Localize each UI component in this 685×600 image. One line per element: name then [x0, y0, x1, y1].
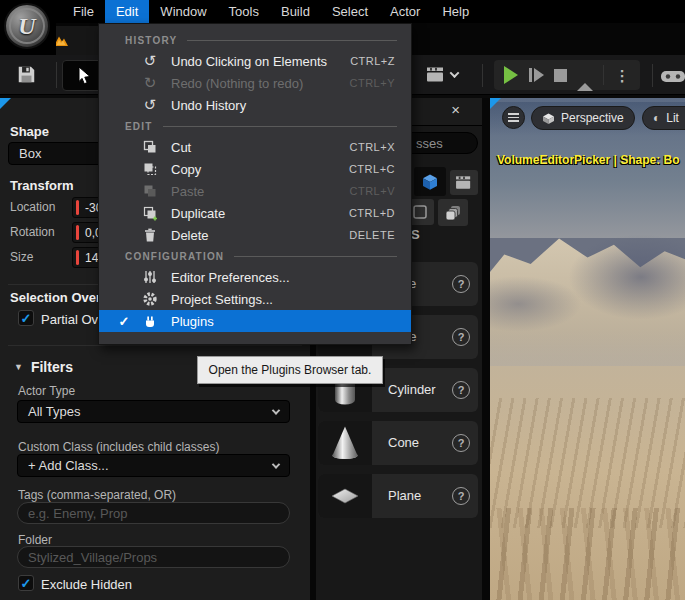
toolbar-divider [482, 64, 483, 87]
plane-thumbnail [318, 474, 372, 518]
platforms-button[interactable] [660, 66, 685, 90]
cinematics-button[interactable] [426, 66, 458, 83]
menu-item-cut[interactable]: Cut CTRL+X [99, 136, 411, 158]
play-controls: ⋮ [494, 60, 640, 90]
lit-label: Lit [666, 111, 679, 125]
copy-icon [137, 161, 163, 177]
shape-card-cone[interactable]: Cone ? [318, 421, 478, 465]
category-layers-button[interactable] [438, 199, 468, 226]
tooltip-text: Open the Plugins Browser tab. [209, 363, 372, 377]
gear-icon [137, 291, 163, 307]
category-volumes-button[interactable] [414, 167, 446, 196]
menu-item-copy[interactable]: Copy CTRL+C [99, 158, 411, 180]
custom-class-dropdown[interactable]: + Add Class... [17, 454, 290, 477]
menu-item-redo: ↻ Redo (Nothing to redo) CTRL+Y [99, 72, 411, 94]
exclude-hidden-label: Exclude Hidden [41, 577, 132, 592]
check-icon: ✓ [111, 314, 137, 329]
tags-input[interactable] [17, 502, 290, 524]
divider [8, 345, 302, 346]
menu-item-undo[interactable]: ↺ Undo Clicking on Elements CTRL+Z [99, 50, 411, 72]
filters-section-toggle[interactable]: ▼ Filters [14, 359, 73, 375]
help-icon[interactable]: ? [452, 328, 470, 346]
exclude-hidden-checkbox[interactable]: ✓ [18, 575, 34, 591]
blue-cube-icon [420, 172, 440, 192]
toolbar-divider [56, 62, 57, 88]
stop-button[interactable] [554, 69, 567, 82]
save-button[interactable] [16, 64, 37, 89]
help-icon[interactable]: ? [452, 275, 470, 293]
unreal-editor-window: File Edit Window Tools Build Select Acto… [0, 0, 685, 600]
viewport-options-button[interactable] [502, 106, 525, 129]
shape-label: Shape [10, 124, 49, 139]
level-viewport[interactable]: Perspective ◐ Lit VolumeEditorPicker | S… [490, 98, 685, 600]
undo-icon: ↺ [137, 52, 163, 70]
cursor-icon [77, 66, 95, 85]
play-options-kebab-icon[interactable]: ⋮ [615, 68, 630, 83]
dune-shadow [490, 276, 582, 332]
menu-item-delete[interactable]: Delete DELETE [99, 224, 411, 246]
filters-label: Filters [31, 359, 73, 375]
cone-icon [327, 423, 363, 463]
folder-label: Folder [18, 533, 52, 547]
menu-item-duplicate[interactable]: Duplicate CTRL+D [99, 202, 411, 224]
step-frame-button[interactable] [529, 68, 544, 82]
category-cinematics-button[interactable] [450, 170, 478, 195]
custom-class-label: Custom Class (includes child classes) [18, 440, 219, 454]
clapper-icon [426, 66, 446, 83]
menu-item-undo-history[interactable]: ↺ Undo History [99, 94, 411, 116]
menu-section-configuration: CONFIGURATION [99, 246, 411, 266]
menu-window[interactable]: Window [149, 0, 217, 23]
menu-section-history: HISTORY [99, 30, 411, 50]
paste-icon [137, 183, 163, 199]
play-button[interactable] [504, 66, 518, 84]
menu-item-editor-preferences[interactable]: Editor Preferences... [99, 266, 411, 288]
transform-label: Transform [10, 178, 74, 193]
actor-type-dropdown[interactable]: All Types [17, 400, 290, 423]
shape-dropdown-value: Box [19, 146, 41, 161]
tags-label: Tags (comma-separated, OR) [18, 488, 176, 502]
sliders-icon [137, 269, 163, 285]
menu-item-project-settings[interactable]: Project Settings... [99, 288, 411, 310]
perspective-button[interactable]: Perspective [531, 106, 635, 130]
card-label: Cylinder [388, 382, 436, 397]
panel-focus-corner [490, 98, 501, 109]
chevron-down-icon [450, 68, 460, 78]
toolbar-divider [652, 64, 653, 87]
cut-icon [137, 139, 163, 155]
partial-overlap-checkbox[interactable]: ✓ [18, 310, 34, 326]
location-label: Location [10, 200, 55, 214]
help-icon[interactable]: ? [452, 381, 470, 399]
menu-select[interactable]: Select [321, 0, 379, 23]
square-outline-icon [411, 203, 429, 221]
lit-mode-button[interactable]: ◐ Lit [642, 106, 685, 130]
menu-actor[interactable]: Actor [379, 0, 431, 23]
size-label: Size [10, 250, 33, 264]
card-label: Cone [388, 435, 419, 450]
unreal-logo-icon: U [4, 3, 50, 49]
close-icon[interactable]: × [451, 102, 460, 117]
shape-card-plane[interactable]: Plane ? [318, 474, 478, 518]
viewport-hud-text: VolumeEditorPicker | Shape: Bo [497, 153, 680, 167]
dune-shadow [568, 234, 685, 320]
help-icon[interactable]: ? [452, 434, 470, 452]
rotation-label: Rotation [10, 225, 55, 239]
perspective-cube-icon [542, 112, 555, 125]
actor-type-label: Actor Type [18, 384, 75, 398]
help-icon[interactable]: ? [452, 487, 470, 505]
menu-section-edit: EDIT [99, 116, 411, 136]
plugin-icon [137, 313, 163, 329]
menu-file[interactable]: File [62, 0, 105, 23]
menu-item-paste: Paste CTRL+V [99, 180, 411, 202]
menu-edit[interactable]: Edit [105, 0, 149, 23]
edit-menu-dropdown: HISTORY ↺ Undo Clicking on Elements CTRL… [98, 23, 412, 345]
menu-item-plugins[interactable]: ✓ Plugins [99, 310, 411, 332]
group-divider [603, 65, 604, 85]
menu-tools[interactable]: Tools [218, 0, 270, 23]
actor-type-value: All Types [28, 404, 81, 419]
eject-button[interactable] [577, 66, 593, 84]
search-placeholder-fragment: sses [416, 136, 443, 151]
menu-help[interactable]: Help [431, 0, 480, 23]
menu-build[interactable]: Build [270, 0, 321, 23]
lit-sphere-icon: ◐ [653, 111, 660, 125]
folder-input[interactable] [17, 546, 290, 568]
